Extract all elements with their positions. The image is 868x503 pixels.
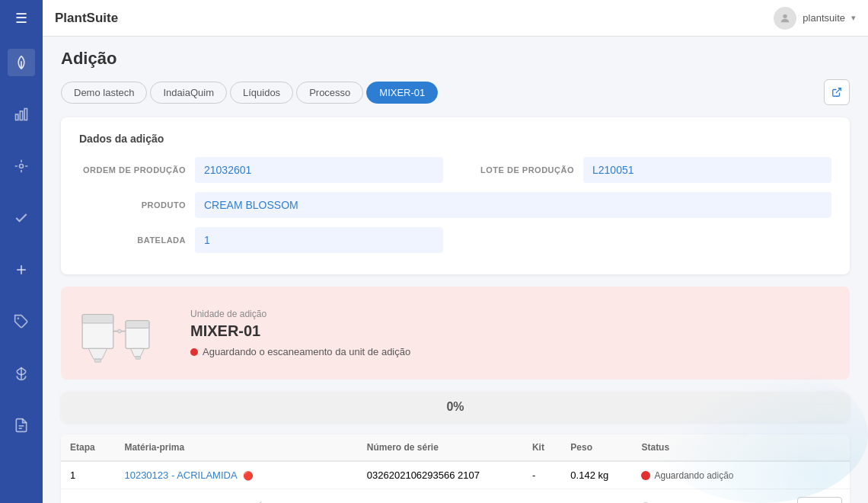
mixer-unit-name: MIXER-01 — [190, 322, 834, 340]
svg-point-3 — [20, 165, 24, 168]
col-serie: Número de série — [358, 434, 523, 461]
row1-kit: - — [523, 461, 561, 489]
row1-serie: 0326202106293566 2107 — [358, 461, 523, 489]
sidebar-item-scan[interactable] — [8, 152, 35, 180]
svg-point-10 — [783, 14, 787, 18]
chevron-down-icon[interactable]: ▾ — [851, 13, 856, 23]
row2-materia: 10230157 - BENZOATO DE SÓDIO 🔲 — [115, 489, 357, 504]
svg-rect-2 — [24, 109, 27, 120]
avatar — [774, 7, 796, 30]
svg-rect-0 — [16, 114, 18, 120]
row1-materia-link[interactable]: 10230123 - ACRILAMIDA — [124, 469, 236, 481]
table-header-row: Etapa Matéria-prima Número de série Kit … — [61, 434, 850, 461]
row1-status: Aguardando adição — [632, 461, 771, 489]
external-link-button[interactable] — [824, 79, 850, 105]
ordem-field: ORDEM DE PRODUÇÃO 21032601 — [79, 157, 443, 183]
svg-rect-17 — [126, 321, 149, 328]
tab-mixer[interactable]: MIXER-01 — [366, 82, 438, 104]
batelada-field: BATELADA 1 — [79, 227, 443, 253]
status-dot-icon — [190, 348, 198, 356]
mixer-section: Unidade de adição MIXER-01 Aguardando o … — [61, 287, 850, 380]
progress-label: 0% — [446, 400, 464, 414]
sidebar-item-chart[interactable] — [8, 101, 35, 128]
sidebar-item-scale[interactable] — [8, 360, 35, 387]
page-area: Adição Demo lastech IndaiaQuim Líquidos … — [43, 37, 868, 503]
sidebar-item-tag[interactable] — [8, 308, 35, 335]
row1-peso: 0.142 kg — [561, 461, 632, 489]
sidebar-menu-button[interactable]: ☰ — [0, 0, 43, 37]
mixer-info: Unidade de adição MIXER-01 Aguardando o … — [190, 309, 834, 357]
row2-kit: - — [523, 489, 561, 504]
data-table: Etapa Matéria-prima Número de série Kit … — [61, 434, 850, 503]
batelada-spacer — [468, 227, 831, 253]
produto-field: PRODUTO CREAM BLOSSOM — [79, 192, 831, 218]
svg-marker-14 — [88, 348, 107, 359]
col-etapa: Etapa — [61, 434, 115, 461]
lote-label: LOTE DE PRODUÇÃO — [468, 165, 574, 175]
row1-actions — [771, 461, 850, 489]
ordem-value: 21032601 — [195, 157, 443, 183]
batelada-value: 1 — [195, 227, 443, 253]
tab-demo[interactable]: Demo lastech — [61, 82, 147, 104]
row2-etapa: 2 — [61, 489, 115, 504]
mixer-illustration — [76, 299, 175, 367]
svg-rect-1 — [20, 111, 22, 120]
svg-point-19 — [117, 329, 121, 333]
menu-icon: ☰ — [15, 10, 27, 27]
svg-line-11 — [836, 88, 841, 93]
user-name: plantsuite — [803, 12, 845, 24]
produto-value: CREAM BLOSSOM — [195, 192, 831, 218]
mixer-status: Aguardando o escaneamento da unit de adi… — [190, 346, 834, 357]
col-kit: Kit — [523, 434, 561, 461]
row1-materia: 10230123 - ACRILAMIDA 🔴 — [115, 461, 357, 489]
tabs-row: Demo lastech IndaiaQuim Líquidos Process… — [61, 79, 850, 105]
svg-rect-15 — [94, 359, 101, 362]
dados-card: Dados da adição ORDEM DE PRODUÇÃO 210326… — [61, 117, 850, 274]
form-grid: ORDEM DE PRODUÇÃO 21032601 LOTE DE PRODU… — [79, 157, 831, 253]
parar-button[interactable]: Parar — [797, 497, 842, 503]
row1-status-text: Aguardando adição — [654, 470, 733, 481]
row2-actions: Parar — [771, 489, 850, 504]
user-menu[interactable]: plantsuite ▾ — [774, 7, 856, 30]
row2-peso: 0.06 kg — [561, 489, 632, 504]
row2-status: Aguardando adição — [632, 489, 771, 504]
col-peso: Peso — [561, 434, 632, 461]
ordem-label: ORDEM DE PRODUÇÃO — [79, 165, 186, 175]
batelada-label: BATELADA — [79, 235, 186, 245]
col-materia: Matéria-prima — [115, 434, 357, 461]
card-title: Dados da adição — [79, 133, 831, 145]
app-title: PlantSuite — [55, 11, 118, 26]
col-actions — [771, 434, 850, 461]
main-content: PlantSuite plantsuite ▾ Adição Demo last… — [43, 0, 868, 503]
svg-rect-21 — [136, 357, 141, 359]
svg-rect-13 — [82, 315, 113, 323]
row1-materia-icon: 🔴 — [243, 471, 254, 480]
tab-indaia[interactable]: IndaiaQuim — [150, 82, 226, 104]
sidebar-item-check[interactable] — [8, 204, 35, 232]
col-status: Status — [632, 434, 771, 461]
table-row: 1 10230123 - ACRILAMIDA 🔴 03262021062935… — [61, 461, 850, 489]
page-title: Adição — [61, 49, 850, 69]
sidebar-item-doc[interactable] — [8, 412, 35, 439]
sidebar-item-feather[interactable] — [8, 49, 35, 76]
row1-etapa: 1 — [61, 461, 115, 489]
lote-value: L210051 — [583, 157, 831, 183]
progress-bar: 0% — [61, 392, 850, 422]
table-row: 2 10230157 - BENZOATO DE SÓDIO 🔲 0326202… — [61, 489, 850, 504]
sidebar-item-add[interactable] — [8, 256, 35, 284]
tab-processo[interactable]: Processo — [296, 82, 363, 104]
svg-marker-20 — [131, 348, 145, 357]
mixer-status-text: Aguardando o escaneamento da unit de adi… — [203, 346, 410, 357]
produto-label: PRODUTO — [79, 200, 186, 210]
row2-serie: 0326202106295985 9130 — [358, 489, 523, 504]
svg-point-6 — [18, 318, 20, 320]
sidebar: ☰ — [0, 0, 43, 503]
table-section: Etapa Matéria-prima Número de série Kit … — [61, 434, 850, 503]
lote-field: LOTE DE PRODUÇÃO L210051 — [468, 157, 831, 183]
tab-liquidos[interactable]: Líquidos — [230, 82, 293, 104]
topbar: PlantSuite plantsuite ▾ — [43, 0, 868, 37]
mixer-unit-label: Unidade de adição — [190, 309, 834, 319]
row1-status-icon — [641, 471, 650, 480]
progress-section: 0% — [61, 392, 850, 422]
